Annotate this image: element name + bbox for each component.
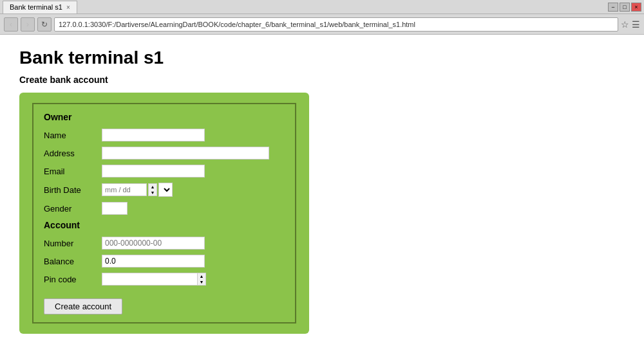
bookmark-icon[interactable]: ☆ xyxy=(621,19,629,30)
account-section-title: Account xyxy=(44,220,285,230)
number-row: Number xyxy=(44,237,285,250)
url-text: 127.0.0.1:3030/F:/Dartiverse/ALearningDa… xyxy=(59,21,415,28)
pin-label: Pin code xyxy=(44,275,102,284)
birth-date-input[interactable] xyxy=(102,183,147,196)
close-button[interactable]: × xyxy=(631,3,641,12)
pin-input[interactable] xyxy=(102,273,197,286)
pin-row: Pin code ▲ ▼ xyxy=(44,273,285,286)
url-bar[interactable]: 127.0.0.1:3030/F:/Dartiverse/ALearningDa… xyxy=(54,17,618,32)
tab-title: Bank terminal s1 xyxy=(10,3,62,11)
nav-icons: ☆ ☰ xyxy=(621,19,640,30)
balance-input[interactable] xyxy=(102,255,205,268)
birth-date-spinner[interactable]: ▲ ▼ xyxy=(148,183,157,196)
number-label: Number xyxy=(44,239,102,248)
minimize-button[interactable]: − xyxy=(608,3,618,12)
page-title: Bank terminal s1 xyxy=(19,48,625,68)
name-row: Name xyxy=(44,129,285,141)
owner-section-title: Owner xyxy=(44,112,285,122)
address-row: Address xyxy=(44,147,285,159)
email-label: Email xyxy=(44,167,102,176)
name-label: Name xyxy=(44,131,102,140)
pin-group: ▲ ▼ xyxy=(102,273,206,286)
pin-up-button[interactable]: ▲ xyxy=(198,273,205,279)
window-controls: − □ × xyxy=(608,3,641,12)
form-container: Owner Name Address Email Birth Date xyxy=(19,93,309,334)
title-bar: Bank terminal s1 × − □ × xyxy=(0,0,644,14)
forward-button[interactable]: › xyxy=(21,17,35,32)
tab-close-icon[interactable]: × xyxy=(66,4,70,11)
create-account-button[interactable]: Create account xyxy=(44,298,122,314)
gender-label: Gender xyxy=(44,204,102,214)
address-label: Address xyxy=(44,149,102,158)
address-input[interactable] xyxy=(102,147,269,159)
browser-tab[interactable]: Bank terminal s1 × xyxy=(3,1,77,14)
birth-date-group: ▲ ▼ xyxy=(102,183,173,197)
birth-date-row: Birth Date ▲ ▼ xyxy=(44,183,285,197)
page-content: Bank terminal s1 Create bank account Own… xyxy=(0,35,644,346)
pin-spinner[interactable]: ▲ ▼ xyxy=(197,273,206,286)
email-input[interactable] xyxy=(102,165,205,178)
birth-year-select[interactable] xyxy=(158,183,173,197)
page-subtitle: Create bank account xyxy=(19,75,625,85)
pin-down-button[interactable]: ▼ xyxy=(198,279,205,285)
nav-bar: ‹ › ↻ 127.0.0.1:3030/F:/Dartiverse/ALear… xyxy=(0,14,644,35)
name-input[interactable] xyxy=(102,129,205,141)
number-input[interactable] xyxy=(102,237,205,250)
back-button[interactable]: ‹ xyxy=(4,17,18,32)
balance-row: Balance xyxy=(44,255,285,268)
title-bar-left: Bank terminal s1 × xyxy=(3,1,77,14)
menu-icon[interactable]: ☰ xyxy=(632,19,640,30)
gender-row: Gender xyxy=(44,202,285,215)
browser-window: Bank terminal s1 × − □ × ‹ › ↻ 127.0.0.1… xyxy=(0,0,644,346)
birth-date-up-button[interactable]: ▲ xyxy=(149,184,156,190)
gender-input[interactable] xyxy=(102,202,128,215)
birth-date-down-button[interactable]: ▼ xyxy=(149,190,156,196)
balance-label: Balance xyxy=(44,257,102,266)
refresh-button[interactable]: ↻ xyxy=(37,17,52,32)
form-inner: Owner Name Address Email Birth Date xyxy=(32,103,296,323)
birth-date-label: Birth Date xyxy=(44,185,102,195)
email-row: Email xyxy=(44,165,285,178)
maximize-button[interactable]: □ xyxy=(620,3,630,12)
